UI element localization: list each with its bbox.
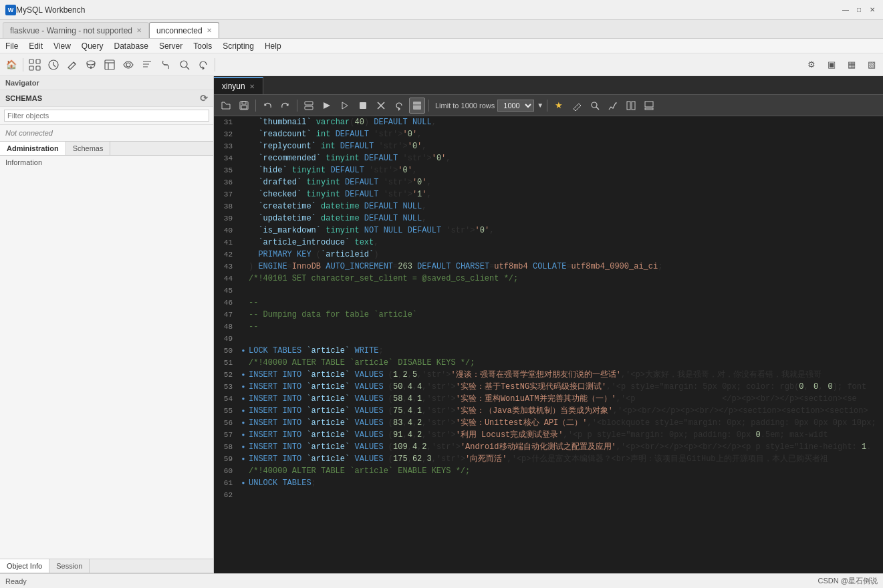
line-content[interactable]: PRIMARY KEY (`articleid`)	[249, 249, 883, 261]
limit-row-select[interactable]: 1000 500 200 100	[497, 100, 534, 112]
line-content[interactable]	[249, 285, 883, 297]
minimize-button[interactable]: —	[840, 5, 851, 15]
line-content[interactable]: INSERT INTO `article` VALUES (175,62,3,'…	[249, 453, 883, 465]
line-content[interactable]: `checked` tinyint DEFAULT 'str'>'1',	[249, 188, 883, 200]
line-content[interactable]: /*!40000 ALTER TABLE `article` ENABLE KE…	[249, 465, 883, 477]
tb-search-table[interactable]	[176, 56, 193, 74]
tb-home[interactable]: 🏠	[3, 56, 20, 74]
code-line: 34 `recommended` tinyint DEFAULT 'str'>'…	[214, 152, 883, 164]
stop-all-button[interactable]	[373, 98, 389, 114]
menu-file[interactable]: File	[0, 40, 23, 52]
toolbar-sep-2	[215, 58, 215, 71]
menu-scripting[interactable]: Scripting	[217, 40, 259, 52]
code-editor[interactable]: 31 `thumbnail` varchar(40) DEFAULT NULL,…	[214, 116, 883, 573]
editor-tab-xinyun[interactable]: xinyun ✕	[214, 77, 263, 94]
open-file-button[interactable]	[218, 98, 234, 114]
line-number: 60	[214, 465, 238, 477]
line-content[interactable]: INSERT INTO `article` VALUES (1,2,5,'str…	[249, 369, 883, 381]
close-button[interactable]: ✕	[867, 5, 878, 15]
line-number: 45	[214, 285, 238, 297]
line-content[interactable]: `thumbnail` varchar(40) DEFAULT NULL,	[249, 116, 883, 128]
line-content[interactable]	[249, 333, 883, 345]
tb-new-conn[interactable]	[26, 56, 43, 74]
session-tab[interactable]: Session	[49, 559, 90, 573]
limit-dropdown-icon[interactable]: ▼	[537, 102, 543, 109]
line-content[interactable]: `updatetime` datetime DEFAULT NULL,	[249, 212, 883, 225]
line-content[interactable]: `recommended` tinyint DEFAULT 'str'>'0',	[249, 152, 883, 164]
search-button[interactable]	[587, 98, 603, 114]
undo-exec-button[interactable]	[259, 98, 275, 114]
tb-settings[interactable]: ⚙	[803, 56, 820, 74]
exec-explain-button[interactable]	[605, 98, 621, 114]
code-line: 55●INSERT INTO `article` VALUES (75,4,1,…	[214, 405, 883, 417]
line-content[interactable]: `hide` tinyint DEFAULT 'str'>'0',	[249, 164, 883, 176]
schemas-tab[interactable]: Schemas	[66, 142, 111, 155]
toggle-output-button[interactable]	[641, 98, 657, 114]
tab-unconnected[interactable]: unconnected ✕	[149, 22, 219, 38]
code-line: 31 `thumbnail` varchar(40) DEFAULT NULL,	[214, 116, 883, 128]
object-info-tab[interactable]: Object Info	[0, 559, 49, 573]
line-content[interactable]: `createtime` datetime DEFAULT NULL,	[249, 200, 883, 212]
line-content[interactable]: /*!40000 ALTER TABLE `article` DISABLE K…	[249, 357, 883, 369]
tab-flaskvue[interactable]: flaskvue - Warning - not supported ✕	[3, 22, 149, 38]
tb-reconnect[interactable]	[195, 56, 212, 74]
maximize-button[interactable]: □	[854, 5, 864, 15]
toggle-schema-button[interactable]	[623, 98, 639, 114]
line-content[interactable]: INSERT INTO `article` VALUES (91,4,2,'st…	[249, 429, 883, 441]
line-content[interactable]: `readcount` int DEFAULT 'str'>'0',	[249, 128, 883, 140]
line-content[interactable]: -- Dumping data for table `article`	[249, 309, 883, 321]
line-content[interactable]: `replycount` int DEFAULT 'str'>'0',	[249, 140, 883, 152]
svg-point-32	[592, 102, 597, 108]
tb-new-function[interactable]	[157, 56, 174, 74]
exec-all-button[interactable]	[319, 98, 335, 114]
menu-server[interactable]: Server	[154, 40, 188, 52]
line-content[interactable]: LOCK TABLES `article` WRITE;	[249, 345, 883, 357]
refresh-button[interactable]	[391, 98, 407, 114]
line-content[interactable]: INSERT INTO `article` VALUES (109,4,2,'s…	[249, 441, 883, 453]
tb-new-routine[interactable]	[138, 56, 156, 74]
menu-database[interactable]: Database	[109, 40, 154, 52]
line-content[interactable]: UNLOCK TABLES;	[249, 477, 883, 489]
schemas-refresh-icon[interactable]: ⟳	[200, 93, 208, 104]
tb-layout3[interactable]: ▧	[863, 56, 880, 74]
save-button[interactable]	[236, 98, 252, 114]
menu-tools[interactable]: Tools	[188, 40, 217, 52]
stop-button[interactable]	[355, 98, 371, 114]
menu-view[interactable]: View	[48, 40, 76, 52]
line-number: 54	[214, 393, 238, 405]
tb-layout[interactable]: ▣	[823, 56, 840, 74]
line-content[interactable]: ) ENGINE=InnoDB AUTO_INCREMENT=263 DEFAU…	[249, 261, 883, 273]
line-content[interactable]: INSERT INTO `article` VALUES (75,4,1,'st…	[249, 405, 883, 417]
line-content[interactable]: --	[249, 321, 883, 333]
tb-manage-conn[interactable]	[45, 56, 62, 74]
menu-help[interactable]: Help	[259, 40, 287, 52]
line-content[interactable]: INSERT INTO `article` VALUES (83,4,2,'st…	[249, 417, 883, 429]
bookmark-button[interactable]: ★	[551, 98, 567, 114]
toggle-active-button[interactable]	[409, 98, 425, 114]
tb-layout2[interactable]: ▦	[843, 56, 860, 74]
tb-new-table[interactable]	[101, 56, 118, 74]
exec-current-button[interactable]	[337, 98, 353, 114]
administration-tab[interactable]: Administration	[0, 142, 66, 155]
redo-exec-button[interactable]	[277, 98, 293, 114]
tab-unconnected-close[interactable]: ✕	[207, 27, 212, 34]
tb-new-view[interactable]	[120, 56, 137, 74]
tb-new-schema[interactable]	[82, 56, 100, 74]
line-content[interactable]: `is_markdown` tinyint NOT NULL DEFAULT '…	[249, 225, 883, 237]
editor-tab-close[interactable]: ✕	[249, 83, 255, 90]
line-content[interactable]: `drafted` tinyint DEFAULT 'str'>'0',	[249, 176, 883, 188]
line-content[interactable]	[249, 489, 883, 501]
menu-query[interactable]: Query	[76, 40, 109, 52]
line-content[interactable]: INSERT INTO `article` VALUES (50,4,4,'st…	[249, 381, 883, 393]
code-line: 41 `article_introduce` text,	[214, 237, 883, 249]
tb-edit-conn[interactable]	[64, 56, 81, 74]
line-content[interactable]: INSERT INTO `article` VALUES (58,4,1,'st…	[249, 393, 883, 405]
tab-flaskvue-close[interactable]: ✕	[136, 27, 142, 34]
line-content[interactable]: /*!40101 SET character_set_client = @sav…	[249, 273, 883, 285]
toggle-results-button[interactable]	[301, 98, 317, 114]
menu-edit[interactable]: Edit	[23, 40, 48, 52]
explain-button[interactable]	[569, 98, 585, 114]
filter-input[interactable]	[4, 110, 209, 122]
line-content[interactable]: --	[249, 297, 883, 309]
line-content[interactable]: `article_introduce` text,	[249, 237, 883, 249]
